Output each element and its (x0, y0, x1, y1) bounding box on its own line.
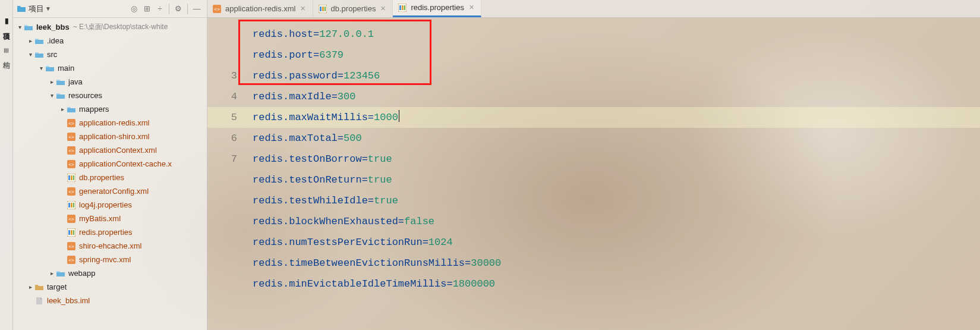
editor-area: <>application-redis.xml✕db.properties✕re… (207, 0, 980, 330)
tree-item[interactable]: db.properties (13, 171, 207, 184)
tree-item[interactable]: <>application-redis.xml (13, 116, 207, 130)
svg-rect-23 (73, 230, 74, 235)
close-icon[interactable]: ✕ (300, 5, 307, 12)
folder-icon (56, 91, 65, 100)
tree-item-path: ~ E:\桌面\Desktop\stack-white (73, 22, 168, 32)
tree-item[interactable]: ▾leek_bbs ~ E:\桌面\Desktop\stack-white (13, 20, 207, 34)
project-panel-header: 项目 ▼ ◎ ⊞ ÷ ⚙ — (13, 0, 207, 18)
tree-arrow-icon[interactable]: ▾ (26, 51, 34, 58)
svg-text:<>: <> (68, 121, 74, 126)
tree-item-label: main (58, 64, 74, 73)
svg-text:<>: <> (68, 257, 74, 263)
tree-item[interactable]: redis.properties (13, 225, 207, 239)
editor-tab[interactable]: redis.properties✕ (393, 0, 481, 17)
toolwindow-structure[interactable]: ≣ 结构 (1, 48, 11, 56)
tree-item[interactable]: log4j.properties (13, 198, 207, 212)
close-icon[interactable]: ✕ (468, 4, 475, 11)
tree-item-label: applicationContext.xml (79, 146, 157, 155)
close-icon[interactable]: ✕ (379, 5, 386, 12)
tree-arrow-icon[interactable]: ▾ (48, 92, 56, 99)
tree-item[interactable]: <>application-shiro.xml (13, 130, 207, 143)
hide-panel-button[interactable]: — (190, 2, 203, 15)
code-line[interactable]: redis.port=6379 (253, 45, 980, 65)
editor-tabs: <>application-redis.xml✕db.properties✕re… (207, 0, 980, 18)
tree-item[interactable]: ▸target (13, 280, 207, 294)
svg-text:<>: <> (214, 7, 220, 12)
code-line[interactable]: redis.testOnBorrow=true (253, 149, 980, 169)
project-tree[interactable]: ▾leek_bbs ~ E:\桌面\Desktop\stack-white▸.i… (13, 18, 207, 330)
tree-item[interactable]: ▸java (13, 75, 207, 89)
code-line[interactable]: redis.maxIdle=300 (253, 86, 980, 107)
xml-icon: <> (212, 4, 222, 14)
tree-arrow-icon[interactable]: ▾ (37, 65, 45, 71)
code-line[interactable]: redis.minEvictableIdleTimeMillis=1800000 (253, 274, 980, 294)
code-line[interactable]: redis.host=127.0.0.1 (253, 24, 980, 45)
side-toolstrip: ▮ 项目 ≣ 结构 (0, 0, 13, 330)
code-area[interactable]: redis.host=127.0.0.1redis.port=6379redis… (244, 18, 980, 330)
xml-icon: <> (67, 187, 76, 196)
tree-arrow-icon[interactable]: ▸ (48, 270, 56, 276)
svg-rect-36 (402, 5, 404, 10)
tree-item[interactable]: <>spring-mvc.xml (13, 253, 207, 266)
tree-item-label: leek_bbs (36, 23, 70, 32)
tree-arrow-icon[interactable]: ▸ (26, 284, 34, 290)
tree-item[interactable]: ▸webapp (13, 266, 207, 280)
tree-item[interactable]: leek_bbs.iml (13, 294, 207, 307)
tree-arrow-icon[interactable]: ▸ (58, 106, 67, 112)
svg-text:<>: <> (68, 216, 74, 222)
tree-item[interactable]: <>generatorConfig.xml (13, 184, 207, 198)
line-gutter: 34567 (207, 18, 244, 330)
tree-item-label: mappers (79, 105, 109, 114)
tree-arrow-icon[interactable]: ▾ (15, 24, 24, 30)
tab-label: redis.properties (411, 3, 464, 12)
chevron-down-icon[interactable]: ▼ (45, 5, 51, 12)
code-line[interactable]: redis.password=123456 (253, 65, 980, 86)
svg-text:<>: <> (68, 189, 74, 194)
svg-text:<>: <> (68, 244, 74, 249)
editor-tab[interactable]: db.properties✕ (313, 0, 393, 17)
tree-item-label: .idea (47, 36, 64, 45)
prop-icon (67, 173, 76, 183)
line-number: 5 (207, 107, 237, 128)
editor-tab[interactable]: <>application-redis.xml✕ (207, 0, 313, 17)
svg-rect-33 (324, 7, 326, 11)
code-line[interactable]: redis.timeBetweenEvictionRunsMillis=3000… (253, 253, 980, 274)
tree-item[interactable]: ▾main (13, 61, 207, 75)
code-line[interactable]: redis.numTestsPerEvictionRun=1024 (253, 232, 980, 253)
tree-item-label: generatorConfig.xml (79, 187, 149, 196)
tree-item[interactable]: <>shiro-ehcache.xml (13, 239, 207, 253)
code-line[interactable]: redis.blockWhenExhausted=false (253, 211, 980, 232)
xml-icon: <> (67, 146, 76, 155)
code-line[interactable]: redis.maxTotal=500 (253, 128, 980, 149)
tree-item[interactable]: ▾src (13, 48, 207, 61)
svg-rect-37 (404, 5, 405, 10)
folder-icon (67, 105, 76, 114)
tree-item-label: db.properties (79, 173, 124, 182)
tree-item[interactable]: ▸mappers (13, 102, 207, 116)
svg-rect-11 (73, 175, 74, 180)
code-line[interactable]: redis.testWhileIdle=true (253, 190, 980, 211)
tree-item[interactable]: <>applicationContext-cache.x (13, 157, 207, 171)
svg-rect-22 (71, 230, 73, 235)
tree-arrow-icon[interactable]: ▸ (48, 78, 56, 85)
tree-item-label: leek_bbs.iml (47, 296, 90, 305)
settings-button[interactable]: ⚙ (172, 2, 185, 15)
prop-icon (318, 4, 327, 14)
toolwindow-project[interactable]: ▮ 项目 (1, 17, 11, 27)
tree-item[interactable]: ▸.idea (13, 34, 207, 48)
collapse-all-button[interactable]: ÷ (153, 2, 166, 15)
tree-item[interactable]: <>myBatis.xml (13, 212, 207, 225)
line-number: 7 (207, 149, 237, 169)
code-line[interactable]: redis.maxWaitMillis=1000 (253, 107, 980, 128)
svg-rect-15 (68, 203, 70, 208)
expand-all-button[interactable]: ⊞ (140, 2, 153, 15)
tree-item[interactable]: ▾resources (13, 89, 207, 102)
line-number: 3 (207, 65, 237, 86)
xml-icon: <> (67, 159, 76, 169)
tree-item-label: application-shiro.xml (79, 132, 150, 141)
tree-item[interactable]: <>applicationContext.xml (13, 143, 207, 157)
tree-arrow-icon[interactable]: ▸ (26, 37, 34, 44)
panel-title: 项目 (29, 4, 44, 14)
scroll-to-source-button[interactable]: ◎ (127, 2, 140, 15)
code-line[interactable]: redis.testOnReturn=true (253, 169, 980, 190)
